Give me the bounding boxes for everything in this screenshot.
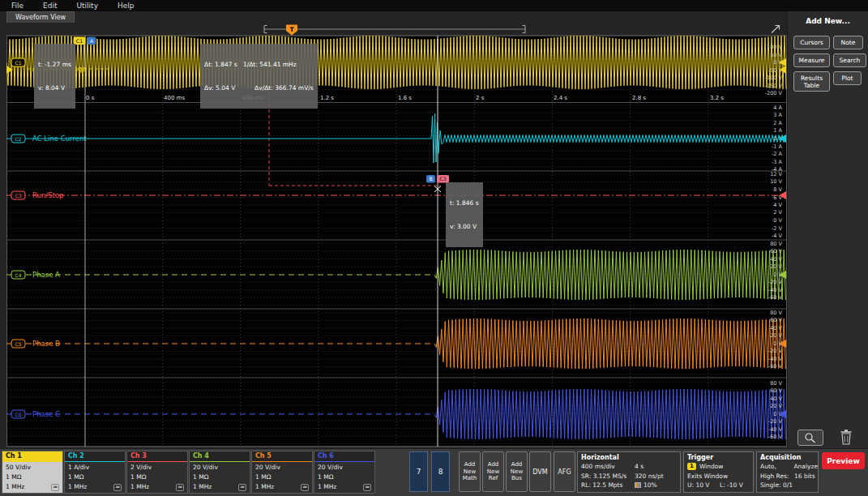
zoom-button[interactable] (797, 430, 823, 446)
channel-7-button[interactable]: 7 (409, 451, 428, 492)
channel-bandwidth-row: 1 MHz≈ (6, 482, 59, 492)
add-button-line: Ref (489, 475, 498, 482)
channel-tile-ch5[interactable]: Ch 520 V/div1 MΩ1 MHz≈ (251, 451, 313, 494)
add-button-line: Add (511, 461, 523, 468)
horizontal-record-length: RL: 12.5 Mpts (581, 481, 635, 490)
scale-label: 1 A (773, 127, 782, 134)
scale-label: 80 V (770, 310, 782, 316)
channel-scale: 20 V/div (193, 463, 246, 472)
horizontal-scale: 400 ms/div (581, 462, 635, 472)
scale-label: 60 V (770, 387, 782, 394)
horizontal-panel[interactable]: Horizontal 400 ms/div 4 s SR: 3.125 MS/s… (577, 451, 681, 493)
time-label: 1.2 s (320, 95, 334, 101)
channel-tile-body: 20 V/div1 MΩ1 MHz≈ (252, 462, 312, 493)
scale-label: -3 A (772, 159, 783, 165)
channel-impedance: 1 MΩ (318, 472, 371, 482)
time-label: 0 s (86, 95, 95, 101)
scale-label: 40 V (770, 256, 782, 263)
menu-help[interactable]: Help (118, 2, 135, 10)
add-button-line: New (511, 468, 523, 476)
add-new-bus-button[interactable]: AddNewBus (506, 451, 528, 492)
cursor-b-time: t: 1.846 s (450, 199, 479, 207)
cursor-a-voltage: v: 8.04 V (38, 84, 71, 92)
channel-tile-body: 1 A/div1 MΩ1 MHz≈ (65, 462, 125, 493)
afg-button[interactable]: AFG (554, 451, 575, 492)
channel-8-button[interactable]: 8 (431, 451, 450, 492)
scale-label: 4 A (773, 105, 782, 111)
channel-tile-body: 20 V/div1 MΩ1 MHz≈ (190, 462, 250, 493)
results-table-button[interactable]: Results Table (793, 71, 830, 92)
bandwidth-value: 1 MHz (130, 482, 149, 492)
scale-label: 60 V (770, 317, 782, 323)
trigger-panel[interactable]: Trigger 1 Window Exits Window U: 10 V L:… (683, 451, 754, 493)
channel-bandwidth-row: 1 MHz≈ (255, 482, 309, 492)
scale-label: 20 V (770, 263, 782, 270)
channel-tile-ch1[interactable]: Ch 150 V/div1 MΩ1 MHz≈ (2, 451, 63, 494)
add-button-line: New (487, 468, 499, 476)
menu-utility[interactable]: Utility (77, 2, 98, 10)
menu-edit[interactable]: Edit (43, 2, 57, 10)
channel-impedance: 1 MΩ (6, 472, 59, 482)
scale-label: 40 V (770, 396, 782, 402)
scale-label: -40 V (768, 287, 783, 293)
scale-label: -1 A (772, 143, 783, 150)
scale-label: -60 V (768, 434, 783, 440)
waveform-view[interactable]: 0 s400 ms800 ms1.2 s1.6 s2 s2.4 s2.8 s3.… (6, 23, 787, 449)
channel-label-phase-b[interactable]: Phase B (32, 340, 60, 348)
menu-file[interactable]: File (11, 2, 24, 10)
channel-tile-ch2[interactable]: Ch 21 A/div1 MΩ1 MHz≈ (64, 451, 126, 494)
preview-button[interactable]: Preview (822, 452, 865, 469)
scale-label: -20 V (768, 418, 783, 425)
waveform-canvas[interactable]: 0 s400 ms800 ms1.2 s1.6 s2 s2.4 s2.8 s3.… (6, 23, 787, 449)
cursor-delta-readout[interactable]: Δt: 1.847 s 1/Δt: 541.41 mHz Δv: 5.04 V … (200, 44, 318, 109)
scale-label: -100 V (765, 75, 783, 81)
channel-scale: 50 V/div (6, 463, 59, 472)
channel-tile-ch6[interactable]: Ch 620 V/div1 MΩ1 MHz≈ (314, 451, 375, 494)
channel-tile-body: 2 V/div1 MΩ1 MHz≈ (127, 462, 187, 493)
channel-scale: 2 V/div (130, 463, 184, 472)
horizontal-sample-rate: SR: 3.125 MS/s (581, 472, 635, 481)
channel-label-phase-c[interactable]: Phase C (32, 410, 60, 418)
bandwidth-icon: ≈ (238, 484, 246, 491)
channel-label-ac-line-current[interactable]: AC Line Current (32, 135, 87, 143)
plot-button[interactable]: Plot (833, 71, 862, 85)
cursor-a-readout[interactable]: t: -1.27 ms v: 8.04 V (34, 44, 75, 109)
channel-scale: 20 V/div (255, 463, 309, 472)
cursor-b-readout[interactable]: t: 1.846 s v: 3.00 V (446, 182, 483, 247)
search-button[interactable]: Search (833, 53, 866, 67)
cursor-b-source-label: C3 (439, 176, 446, 182)
waveform-view-tab[interactable]: Waveform View (6, 11, 75, 23)
note-button[interactable]: Note (833, 36, 863, 49)
channel-tile-name: Ch 5 (252, 451, 312, 462)
trash-button[interactable] (838, 428, 854, 447)
menubar: File Edit Utility Help (0, 0, 868, 11)
bandwidth-icon: ≈ (113, 484, 122, 491)
cursors-button[interactable]: Cursors (793, 36, 830, 49)
channel-badge-label: C4 (15, 272, 21, 278)
bottom-bar: Ch 150 V/div1 MΩ1 MHz≈Ch 21 A/div1 MΩ1 M… (0, 448, 868, 496)
scale-label: -40 V (768, 356, 783, 362)
channel-tile-ch4[interactable]: Ch 420 V/div1 MΩ1 MHz≈ (189, 451, 250, 494)
scale-label: -150 V (765, 83, 783, 89)
channel-badge-label: C3 (15, 193, 21, 199)
scale-label: -40 V (768, 426, 783, 433)
acquisition-panel[interactable]: Acquisition Auto, Analyze High Res: 16 b… (756, 451, 819, 493)
add-new-ref-button[interactable]: AddNewRef (482, 451, 504, 492)
add-button-line: Bus (511, 475, 522, 482)
expand-icon[interactable] (772, 26, 780, 33)
scale-label: -2 V (772, 225, 783, 232)
channel-label-phase-a[interactable]: Phase A (32, 271, 60, 279)
scale-label: -200 V (765, 90, 783, 96)
measure-button[interactable]: Measure (793, 53, 830, 67)
record-view-bar[interactable]: T (264, 25, 525, 36)
horizontal-title: Horizontal (578, 452, 680, 462)
horizontal-position: 10% (644, 481, 657, 490)
channel-label-run-stop[interactable]: Run/Stop (32, 191, 64, 199)
dvm-button[interactable]: DVM (529, 451, 551, 492)
channel-tile-ch3[interactable]: Ch 32 V/div1 MΩ1 MHz≈ (126, 451, 188, 494)
add-new-math-button[interactable]: AddNewMath (459, 451, 481, 492)
acquisition-analyze: Analyze (793, 462, 818, 472)
add-button-line: Add (488, 461, 499, 468)
cursor-b-label: B (429, 176, 432, 182)
trigger-marker-label: T (289, 26, 294, 33)
